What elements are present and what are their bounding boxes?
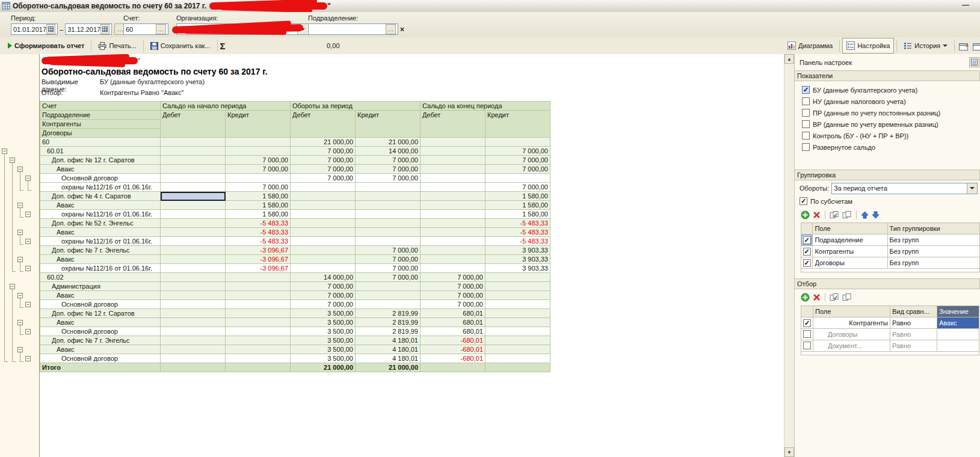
report-cell[interactable] <box>226 318 291 327</box>
report-col-debit[interactable]: Дебет <box>161 111 226 138</box>
report-cell[interactable]: 3 500,00 <box>291 345 356 354</box>
report-cell[interactable]: 7 000,00 <box>485 183 550 192</box>
turnovers-combo[interactable]: За период отчета <box>831 183 978 194</box>
grouping-type[interactable]: Без групп <box>887 235 979 246</box>
report-cell[interactable]: -5 483,33 <box>485 237 550 246</box>
grouping-field[interactable]: Подразделение <box>813 235 887 246</box>
indicator-row[interactable]: ПР (данные по учету постоянных разниц) <box>795 107 980 118</box>
collapse-group-icon[interactable]: − <box>25 266 31 271</box>
grouping-row[interactable]: ✓ДоговорыБез групп <box>801 257 980 269</box>
report-cell[interactable] <box>291 255 356 264</box>
report-cell[interactable]: 7 000,00 <box>226 183 291 192</box>
report-cell[interactable]: 7 000,00 <box>291 282 356 291</box>
report-cell[interactable] <box>485 336 550 345</box>
report-cell[interactable]: 7 000,00 <box>291 174 356 183</box>
grouping-header-field[interactable]: Поле <box>813 223 887 235</box>
report-cell[interactable] <box>291 237 356 246</box>
collapse-group-icon[interactable]: − <box>17 230 23 235</box>
indicator-row[interactable]: Контроль (БУ - (НУ + ПР + ВР)) <box>795 130 980 141</box>
report-cell[interactable] <box>161 246 226 255</box>
report-cell[interactable] <box>226 282 291 291</box>
report-cell[interactable]: -5 483,33 <box>226 228 291 237</box>
report-row-label[interactable]: Основной договор <box>40 174 161 183</box>
selection-field[interactable]: Контрагенты <box>813 317 890 329</box>
report-cell[interactable]: 7 000,00 <box>356 156 421 165</box>
by-subaccounts-checkbox[interactable]: ✓ <box>800 197 807 205</box>
report-cell[interactable] <box>485 138 550 147</box>
indicator-checkbox[interactable] <box>802 120 810 128</box>
indicator-checkbox[interactable] <box>802 109 810 117</box>
report-cell[interactable] <box>356 237 421 246</box>
report-col-row-label[interactable]: Подразделение <box>40 111 161 120</box>
report-cell[interactable] <box>291 183 356 192</box>
indicator-row[interactable]: НУ (данные налогового учета) <box>795 96 980 107</box>
selection-field[interactable]: Договоры <box>813 329 890 340</box>
report-col-group[interactable]: Обороты за период <box>291 102 421 111</box>
report-cell[interactable]: 14 000,00 <box>291 273 356 282</box>
report-cell[interactable] <box>161 192 226 201</box>
delete-icon[interactable] <box>813 211 821 219</box>
report-cell[interactable]: 3 500,00 <box>291 327 356 336</box>
selection-value[interactable]: Авакс <box>937 317 979 329</box>
report-cell[interactable] <box>161 210 226 219</box>
indicator-checkbox[interactable]: ✓ <box>802 86 810 94</box>
report-cell[interactable] <box>485 327 550 336</box>
report-cell[interactable]: 7 000,00 <box>485 147 550 156</box>
report-cell[interactable] <box>356 291 421 300</box>
report-cell[interactable] <box>161 345 226 354</box>
report-cell[interactable] <box>161 363 226 372</box>
report-cell[interactable] <box>161 165 226 174</box>
report-row-label[interactable]: Авакс <box>40 255 161 264</box>
turnovers-dropdown-button[interactable] <box>967 183 977 194</box>
report-col-credit[interactable]: Кредит <box>226 111 291 138</box>
report-cell[interactable]: 1 580,00 <box>485 201 550 210</box>
grouping-row-checkcell[interactable]: ✓ <box>801 235 813 246</box>
report-cell[interactable]: 3 500,00 <box>291 309 356 318</box>
selection-row[interactable]: Документ...Равно <box>801 340 979 352</box>
grouping-type[interactable]: Без групп <box>887 257 979 269</box>
calendar-icon[interactable] <box>100 24 109 34</box>
report-cell[interactable]: 3 903,33 <box>485 264 550 273</box>
report-cell[interactable]: 7 000,00 <box>421 282 485 291</box>
report-cell[interactable] <box>421 147 485 156</box>
report-cell[interactable]: 7 000,00 <box>356 246 421 255</box>
report-cell[interactable]: 7 000,00 <box>291 300 356 309</box>
division-clear-icon[interactable]: × <box>400 25 404 34</box>
report-cell[interactable] <box>421 138 485 147</box>
report-cell[interactable] <box>485 273 550 282</box>
report-cell[interactable] <box>226 345 291 354</box>
report-row-label[interactable]: 60 <box>40 138 161 147</box>
selection-comparison[interactable]: Равно <box>890 329 937 340</box>
report-row-label[interactable]: охраны №112/16 от 01.06.16г. <box>40 237 161 246</box>
selection-row-checkcell[interactable]: ✓ <box>801 317 813 329</box>
add-icon[interactable] <box>801 210 810 219</box>
report-cell[interactable] <box>161 291 226 300</box>
report-cell[interactable] <box>356 282 421 291</box>
report-cell[interactable]: 680,01 <box>421 318 485 327</box>
diagram-button[interactable]: Диаграмма <box>783 38 837 54</box>
report-cell[interactable] <box>161 183 226 192</box>
report-cell[interactable] <box>161 147 226 156</box>
report-cell[interactable] <box>356 228 421 237</box>
report-cell[interactable]: -5 483,33 <box>485 228 550 237</box>
save-as-button[interactable]: Сохранить как... <box>146 38 215 54</box>
report-cell[interactable]: 21 000,00 <box>291 363 356 372</box>
division-input[interactable]: ... <box>308 23 398 35</box>
report-cell[interactable]: 1 580,00 <box>485 192 550 201</box>
report-cell[interactable] <box>161 219 226 228</box>
collapse-group-icon[interactable]: − <box>2 149 7 154</box>
collapse-group-icon[interactable]: − <box>17 320 23 325</box>
report-cell[interactable]: -680,01 <box>421 345 485 354</box>
report-cell[interactable] <box>161 201 226 210</box>
report-cell[interactable] <box>161 282 226 291</box>
report-row-label[interactable]: Доп. офис № 12 г. Саратов <box>40 156 161 165</box>
report-cell[interactable] <box>161 156 226 165</box>
selection-row-checkbox[interactable] <box>803 330 811 338</box>
report-cell[interactable] <box>226 354 291 363</box>
selection-row-checkcell[interactable] <box>801 329 813 340</box>
report-cell[interactable]: 7 000,00 <box>421 291 485 300</box>
report-col-row-label[interactable]: Контрагенты <box>40 120 161 129</box>
report-row-label[interactable]: Доп. офис № 7 г. Энгельс <box>40 336 161 345</box>
vertical-scrollbar[interactable]: ▲ ▼ <box>784 54 794 457</box>
report-cell[interactable] <box>485 174 550 183</box>
